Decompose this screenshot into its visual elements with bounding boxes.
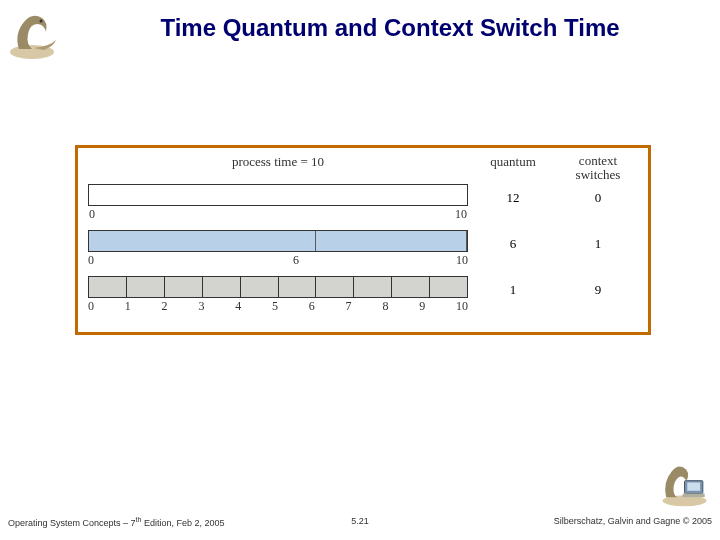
dinosaur-computer-icon	[657, 455, 712, 510]
tick-label: 0	[89, 207, 95, 222]
bar-quantum-12	[88, 184, 468, 206]
tick-label: 10	[455, 207, 467, 222]
bar-segment	[392, 277, 430, 297]
logo-top-left	[4, 4, 64, 64]
footer-text: Edition, Feb 2, 2005	[141, 518, 224, 528]
bar-area: 0 10	[88, 184, 468, 222]
tick-label: 6	[136, 253, 456, 268]
header-context-l2: switches	[576, 167, 621, 182]
bar-segment	[279, 277, 317, 297]
bar-segment	[89, 231, 316, 251]
bar-segment	[430, 277, 467, 297]
footer-copyright: Silberschatz, Galvin and Gagne © 2005	[554, 516, 712, 526]
tick-label: 7	[346, 299, 383, 314]
quantum-figure: process time = 10 quantum context switch…	[75, 145, 651, 335]
tick-label: 9	[419, 299, 456, 314]
bar-segment	[89, 277, 127, 297]
figure-row: 0 10 12 0	[88, 184, 638, 222]
bar-segment	[354, 277, 392, 297]
figure-headers: process time = 10 quantum context switch…	[88, 154, 638, 181]
tick-label: 10	[456, 253, 468, 268]
bar-segment	[203, 277, 241, 297]
svg-rect-4	[687, 483, 700, 491]
bar-quantum-6	[88, 230, 468, 252]
tick-label: 0	[88, 299, 125, 314]
tick-label: 8	[382, 299, 419, 314]
bar-area: 0 6 10	[88, 230, 468, 268]
bar-segment	[316, 231, 467, 251]
slide-number: 5.21	[351, 516, 369, 526]
dinosaur-icon	[4, 4, 64, 64]
tick-label: 3	[198, 299, 235, 314]
bar-segment	[316, 277, 354, 297]
bar-quantum-1	[88, 276, 468, 298]
bar-segment	[89, 185, 467, 205]
svg-rect-5	[683, 494, 705, 498]
slide-footer: Operating System Concepts – 7th Edition,…	[0, 516, 720, 532]
quantum-value: 1	[468, 276, 558, 298]
header-process-time: process time = 10	[88, 154, 468, 181]
svg-point-1	[40, 20, 43, 23]
footer-left: Operating System Concepts – 7th Edition,…	[8, 516, 224, 528]
figure-row: 0 1 2 3 4 5 6 7 8 9 10 1 9	[88, 276, 638, 314]
quantum-value: 12	[468, 184, 558, 206]
bar-area: 0 1 2 3 4 5 6 7 8 9 10	[88, 276, 468, 314]
ticks: 0 10	[88, 207, 468, 222]
switches-value: 9	[558, 276, 638, 298]
tick-label: 5	[272, 299, 309, 314]
header-quantum: quantum	[468, 154, 558, 181]
ticks: 0 6 10	[88, 253, 468, 268]
switches-value: 0	[558, 184, 638, 206]
tick-label: 6	[309, 299, 346, 314]
bar-segment	[241, 277, 279, 297]
logo-bottom-right	[657, 455, 712, 510]
page-title: Time Quantum and Context Switch Time	[90, 14, 690, 42]
switches-value: 1	[558, 230, 638, 252]
header-context-switches: context switches	[558, 154, 638, 181]
tick-label: 10	[456, 299, 468, 314]
tick-label: 0	[88, 253, 94, 268]
tick-label: 1	[125, 299, 162, 314]
tick-label: 2	[162, 299, 199, 314]
footer-text: Operating System Concepts – 7	[8, 518, 136, 528]
figure-row: 0 6 10 6 1	[88, 230, 638, 268]
ticks: 0 1 2 3 4 5 6 7 8 9 10	[88, 299, 468, 314]
quantum-value: 6	[468, 230, 558, 252]
bar-segment	[165, 277, 203, 297]
bar-segment	[127, 277, 165, 297]
tick-label: 4	[235, 299, 272, 314]
